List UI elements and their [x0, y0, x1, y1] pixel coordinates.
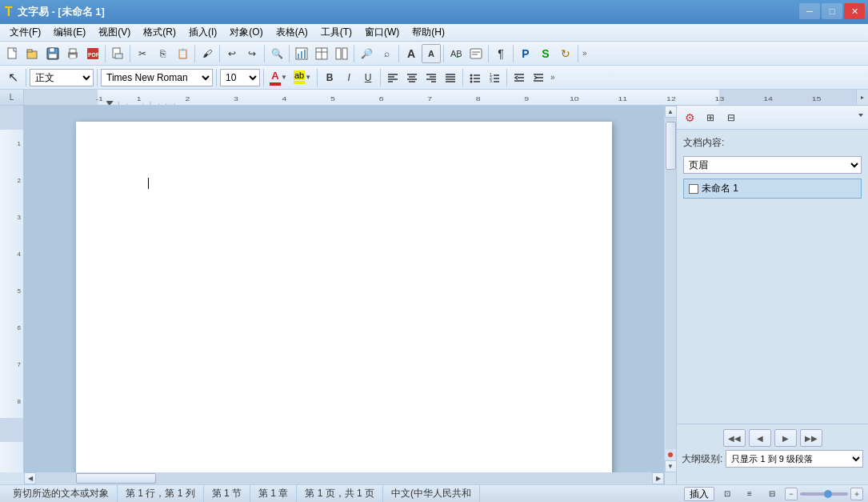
layout-btn3[interactable]: ⊟: [762, 487, 782, 501]
nav-last-button[interactable]: ▶▶: [800, 429, 822, 447]
font-color-button[interactable]: A ▼: [267, 69, 290, 86]
word-count-button[interactable]: [466, 44, 486, 63]
ruler-right-btn[interactable]: [856, 90, 868, 106]
document-area[interactable]: [24, 106, 664, 472]
h-scroll-left-arrow[interactable]: ◀: [24, 472, 36, 484]
copy-button[interactable]: ⎘: [153, 44, 172, 63]
align-left-button[interactable]: [384, 69, 402, 86]
menu-window[interactable]: 窗口(W): [358, 24, 406, 41]
restore-button[interactable]: □: [822, 3, 842, 19]
svg-text:PDF: PDF: [88, 52, 99, 58]
panel-list-item[interactable]: 未命名 1: [683, 179, 862, 199]
highlight-button[interactable]: ab ▼: [291, 69, 314, 86]
save-button[interactable]: [43, 44, 62, 63]
indent-increase-button[interactable]: [530, 69, 547, 86]
zoom-slider[interactable]: [800, 492, 848, 496]
rp-btn3[interactable]: ⊟: [722, 108, 741, 127]
toolbar-separator-11: [513, 45, 514, 62]
align-right-button[interactable]: [422, 69, 440, 86]
preview-button[interactable]: [108, 44, 127, 63]
italic-button[interactable]: I: [340, 69, 358, 86]
font-big-button[interactable]: A: [402, 44, 421, 63]
zoom-button2[interactable]: ⌕: [377, 44, 396, 63]
normal-cursor-button[interactable]: ↖: [3, 68, 22, 87]
rp-btn1[interactable]: ⚙: [680, 108, 699, 127]
bullet-list-button[interactable]: [466, 69, 484, 86]
nav-prev-button[interactable]: ◀: [749, 429, 771, 447]
zoom-plus-button[interactable]: ＋: [850, 488, 863, 500]
h-scroll-thumb[interactable]: [76, 473, 156, 484]
toolbar1-more[interactable]: »: [581, 49, 589, 58]
arrow-button[interactable]: ↻: [556, 44, 575, 63]
menu-file[interactable]: 文件(F): [3, 24, 47, 41]
vertical-scrollbar[interactable]: ▲ ▼: [664, 106, 676, 472]
letter-p-button[interactable]: P: [516, 44, 535, 63]
bold-button[interactable]: B: [321, 69, 338, 86]
scroll-down-arrow[interactable]: ▼: [665, 460, 677, 472]
indent-decrease-button[interactable]: [510, 69, 528, 86]
columns-button[interactable]: [332, 44, 351, 63]
letter-s-button[interactable]: S: [536, 44, 555, 63]
close-button[interactable]: ✕: [844, 3, 865, 19]
zoom-minus-button[interactable]: －: [785, 488, 798, 500]
layout-btn1[interactable]: ⊡: [718, 487, 737, 501]
menu-tools[interactable]: 工具(T): [314, 24, 358, 41]
outline-row: 大纲级别: 只显示 1 到 9 级段落: [682, 450, 863, 468]
spell-button[interactable]: ABC: [446, 44, 466, 63]
zoom-handle[interactable]: [824, 490, 832, 498]
nav-first-button[interactable]: ◀◀: [723, 429, 746, 447]
item-checkbox[interactable]: [689, 184, 698, 194]
toolbar2-more[interactable]: »: [549, 73, 557, 82]
ruler-corner[interactable]: L: [0, 90, 24, 106]
rp-more[interactable]: [857, 110, 865, 124]
cut-button[interactable]: ✂: [133, 44, 152, 63]
open-button[interactable]: [23, 44, 42, 63]
pdf-button[interactable]: PDF: [83, 44, 102, 63]
redo-button[interactable]: ↪: [242, 44, 262, 63]
new-button[interactable]: [3, 44, 22, 63]
align-center-button[interactable]: [403, 69, 421, 86]
font-select[interactable]: Times New Roman: [101, 69, 213, 86]
layout-btn2[interactable]: ≡: [740, 487, 759, 501]
h-scroll-track[interactable]: [36, 472, 652, 484]
menu-view[interactable]: 视图(V): [92, 24, 137, 41]
table-button[interactable]: [312, 44, 331, 63]
svg-text:4: 4: [282, 95, 287, 102]
menu-object[interactable]: 对象(O): [223, 24, 269, 41]
find-button[interactable]: 🔍: [267, 44, 286, 63]
h-scroll-right-arrow[interactable]: ▶: [652, 472, 664, 484]
rp-btn2[interactable]: ⊞: [701, 108, 720, 127]
svg-rect-61: [24, 90, 98, 106]
menu-insert[interactable]: 插入(I): [182, 24, 223, 41]
menu-edit[interactable]: 编辑(E): [47, 24, 92, 41]
zoom-fit-button[interactable]: 🔎: [357, 44, 376, 63]
svg-marker-99: [858, 114, 863, 117]
format-painter-button[interactable]: 🖌: [198, 44, 217, 63]
menu-format[interactable]: 格式(R): [137, 24, 182, 41]
numbered-list-button[interactable]: 1.2.3.: [486, 69, 503, 86]
paste-button[interactable]: 📋: [173, 44, 192, 63]
underline-button[interactable]: U: [359, 69, 377, 86]
scroll-thumb[interactable]: [666, 122, 676, 170]
menu-help[interactable]: 帮助(H): [406, 24, 451, 41]
font-size-select[interactable]: 10: [220, 69, 260, 86]
align-justify-button[interactable]: [442, 69, 459, 86]
panel-type-select[interactable]: 页眉: [683, 156, 862, 174]
print-button[interactable]: [63, 44, 82, 63]
pilcrow-button[interactable]: ¶: [491, 44, 510, 63]
scroll-up-arrow[interactable]: ▲: [665, 106, 677, 118]
undo-button[interactable]: ↩: [222, 44, 242, 63]
document-page[interactable]: [76, 122, 612, 472]
paragraph-style-select[interactable]: 正文: [30, 69, 94, 86]
outline-select[interactable]: 只显示 1 到 9 级段落: [726, 450, 863, 468]
app-icon: T: [5, 5, 13, 19]
font-symbol-button[interactable]: A: [422, 44, 441, 63]
scroll-track[interactable]: [666, 118, 676, 449]
toolbar-separator-6: [289, 45, 290, 62]
chart-button[interactable]: [292, 44, 311, 63]
minimize-button[interactable]: ─: [799, 3, 820, 19]
insert-mode-button[interactable]: 插入: [684, 487, 714, 501]
menu-table[interactable]: 表格(A): [270, 24, 314, 41]
horizontal-scrollbar[interactable]: ◀ ▶: [24, 472, 664, 484]
nav-next-button[interactable]: ▶: [774, 429, 797, 447]
